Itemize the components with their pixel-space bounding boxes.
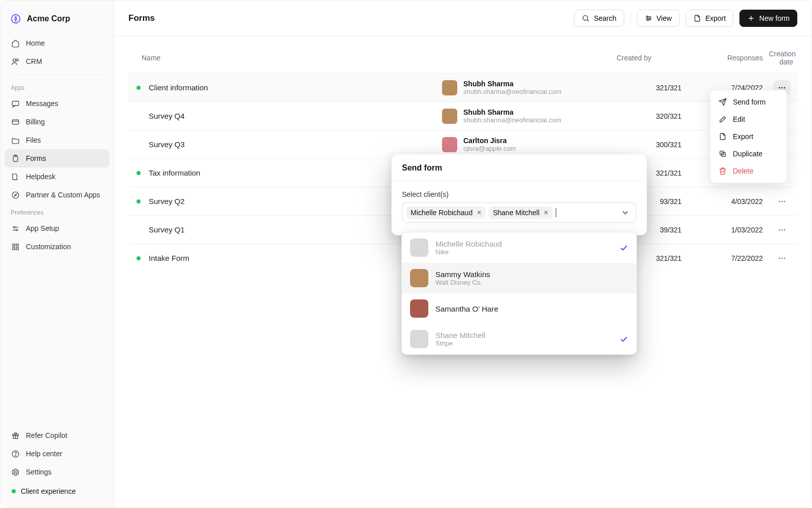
- client-multiselect[interactable]: Michelle Robichaud✕Shane Mitchell✕: [402, 202, 636, 223]
- selected-chip: Shane Mitchell✕: [489, 207, 553, 219]
- status-cell: [128, 171, 149, 175]
- nav-item-customization[interactable]: Customization: [5, 238, 110, 256]
- grid-icon: [11, 242, 20, 251]
- responses-cell: 321/321: [615, 84, 686, 92]
- th-name[interactable]: Name: [128, 54, 442, 62]
- check-icon: [619, 334, 628, 344]
- status-dot-icon: [137, 86, 141, 90]
- client-experience-link[interactable]: Client experience: [5, 481, 110, 501]
- chevron-down-icon[interactable]: [621, 208, 630, 217]
- search-button[interactable]: Search: [574, 10, 624, 27]
- nav-item-app-setup[interactable]: App Setup: [5, 219, 110, 238]
- option-name: Michelle Robichaud: [435, 240, 612, 248]
- divider: [630, 11, 631, 25]
- svg-point-8: [12, 192, 19, 198]
- new-form-label: New form: [759, 14, 790, 22]
- status-dot-icon: [137, 256, 141, 260]
- section-prefs-label: Preferences: [5, 204, 110, 219]
- dropdown-option[interactable]: Michelle RobichaudNike: [402, 232, 636, 263]
- nav-item-label: Files: [26, 136, 41, 144]
- check-icon: [619, 243, 628, 252]
- table-row[interactable]: Survey Q4Shubh Sharmashubh.sharma@neofin…: [128, 101, 797, 130]
- svg-point-12: [13, 226, 15, 228]
- menu-item-duplicate[interactable]: Duplicate: [714, 145, 784, 162]
- chip-remove-icon[interactable]: ✕: [544, 209, 549, 216]
- menu-item-edit[interactable]: Edit: [714, 111, 784, 128]
- th-created-by[interactable]: Created by: [615, 54, 686, 62]
- svg-point-1: [13, 58, 16, 61]
- svg-point-34: [779, 87, 781, 88]
- chip-label: Shane Mitchell: [493, 209, 539, 217]
- row-more-button[interactable]: [773, 251, 791, 266]
- home-icon: [11, 39, 20, 48]
- menu-item-send-form[interactable]: Send form: [714, 93, 784, 111]
- copy-icon: [719, 150, 727, 158]
- card-icon: [11, 117, 20, 126]
- dropdown-option[interactable]: Shane MitchellStripe: [402, 324, 636, 354]
- table-header: Name Created by Responses Creation date: [128, 41, 797, 73]
- svg-rect-15: [16, 244, 18, 246]
- th-responses[interactable]: Responses: [686, 54, 767, 62]
- svg-point-49: [779, 229, 781, 230]
- creator-email: shubh.sharma@neofinancial.com: [463, 116, 561, 124]
- menu-item-label: Edit: [733, 115, 745, 123]
- menu-item-label: Delete: [733, 167, 753, 175]
- nav-item-billing[interactable]: Billing: [5, 113, 110, 131]
- svg-point-51: [784, 229, 786, 230]
- topbar: Forms Search View Export: [114, 1, 811, 37]
- search-icon: [582, 14, 590, 22]
- new-form-button[interactable]: New form: [739, 10, 797, 27]
- nav-item-label: Settings: [26, 468, 52, 476]
- avatar: [442, 137, 457, 152]
- gear-icon: [11, 467, 20, 477]
- nav-item-files[interactable]: Files: [5, 131, 110, 149]
- nav-item-messages[interactable]: Messages: [5, 94, 110, 113]
- brand-logo-icon: [10, 13, 22, 25]
- status-cell: [128, 199, 149, 204]
- export-label: Export: [705, 14, 726, 22]
- nav-item-refer-copilot[interactable]: Refer Copilot: [5, 426, 110, 445]
- option-name: Sammy Watkins: [435, 270, 628, 279]
- form-name: Survey Q4: [149, 112, 442, 120]
- svg-point-2: [16, 58, 18, 60]
- edit-icon: [719, 115, 727, 123]
- svg-rect-16: [12, 247, 14, 249]
- help-icon: [11, 449, 20, 458]
- dropdown-option[interactable]: Samantha O' Hare: [402, 293, 636, 324]
- row-context-menu: Send formEditExportDuplicateDelete: [710, 90, 787, 183]
- nav-item-helpdesk[interactable]: Helpdesk: [5, 167, 110, 186]
- svg-point-46: [779, 200, 781, 202]
- compass-icon: [11, 190, 20, 199]
- view-button[interactable]: View: [637, 10, 680, 27]
- menu-item-export[interactable]: Export: [714, 128, 784, 145]
- th-creation-date[interactable]: Creation date: [767, 50, 797, 66]
- row-more-button[interactable]: [773, 194, 791, 209]
- nav-item-home[interactable]: Home: [5, 34, 110, 52]
- sliders-icon: [645, 14, 653, 22]
- svg-point-24: [583, 16, 588, 20]
- status-cell: [128, 86, 149, 90]
- status-dot-icon: [137, 199, 141, 204]
- table-row[interactable]: Client informationShubh Sharmashubh.shar…: [128, 73, 797, 101]
- nav-item-crm[interactable]: CRM: [5, 52, 110, 71]
- nav-item-forms[interactable]: Forms: [5, 149, 110, 167]
- form-name: Client information: [149, 83, 442, 92]
- option-sub: Stripe: [435, 340, 612, 347]
- date-cell: 1/03/2022: [686, 226, 767, 234]
- svg-rect-17: [16, 247, 18, 249]
- export-button[interactable]: Export: [686, 10, 733, 27]
- client-experience-label: Client experience: [21, 487, 76, 495]
- chip-remove-icon[interactable]: ✕: [477, 209, 482, 216]
- option-name: Samantha O' Hare: [435, 304, 628, 313]
- nav-item-label: Billing: [26, 118, 45, 126]
- status-dot-icon: [12, 489, 16, 493]
- responses-cell: 320/321: [615, 112, 686, 120]
- status-dot-icon: [137, 171, 141, 175]
- nav-item-settings[interactable]: Settings: [5, 463, 110, 481]
- nav-item-partner-custom-apps[interactable]: Partner & Custom Apps: [5, 186, 110, 204]
- row-more-button[interactable]: [773, 222, 791, 238]
- clipboard-icon: [11, 154, 20, 163]
- menu-item-delete[interactable]: Delete: [714, 162, 784, 180]
- dropdown-option[interactable]: Sammy WatkinsWalt Disney Co.: [402, 263, 636, 293]
- nav-item-help-center[interactable]: Help center: [5, 445, 110, 463]
